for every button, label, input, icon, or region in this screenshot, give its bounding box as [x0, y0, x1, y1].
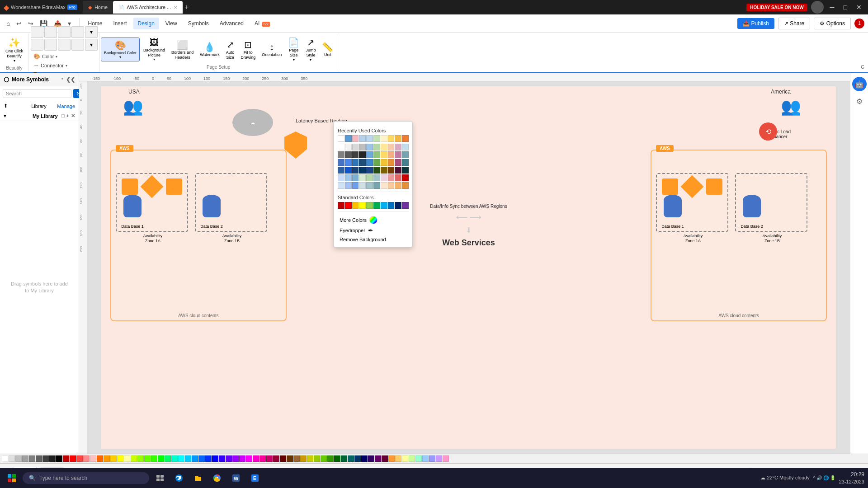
palette-swatch[interactable] [144, 455, 151, 462]
tc-2-5[interactable] [366, 151, 373, 158]
orientation-button[interactable]: ↕ Orientation [259, 40, 284, 59]
tc-1-5[interactable] [366, 144, 373, 150]
tc-3-4[interactable] [359, 159, 366, 166]
std-8[interactable] [388, 202, 395, 209]
page-size-button[interactable]: 📄 PageSize ▾ [285, 35, 302, 64]
tc-2-4[interactable] [359, 151, 366, 158]
edraw-taskbar-icon[interactable]: E [247, 470, 263, 486]
more-colors-row[interactable]: More Colors [338, 215, 409, 225]
style-btn-5[interactable] [31, 39, 43, 51]
palette-swatch[interactable] [9, 455, 15, 462]
user-avatar[interactable] [811, 1, 824, 14]
palette-swatch[interactable] [415, 455, 422, 462]
tab-close-icon[interactable]: ✕ [174, 5, 177, 10]
style-btn-more2[interactable]: ▾ [85, 39, 98, 51]
fit-to-drawing-button[interactable]: ⊡ Fit toDrawing [238, 38, 258, 62]
palette-swatch[interactable] [253, 455, 259, 462]
palette-swatch[interactable] [110, 455, 117, 462]
tc-4-10[interactable] [402, 167, 409, 174]
swatch-blue[interactable] [345, 135, 352, 142]
publish-button[interactable]: 📤 Publish [737, 18, 774, 29]
swatch-ltblue[interactable] [359, 135, 366, 142]
std-4[interactable] [359, 202, 366, 209]
tc-4-1[interactable] [338, 167, 344, 174]
background-color-button[interactable]: 🎨 Background Color ▾ [101, 38, 140, 62]
palette-swatch[interactable] [429, 455, 435, 462]
tc-5-7[interactable] [381, 174, 387, 181]
tc-3-7[interactable] [381, 159, 387, 166]
palette-swatch[interactable] [443, 455, 449, 462]
tc-6-2[interactable] [345, 182, 352, 189]
file-explorer-icon[interactable] [190, 470, 206, 486]
std-9[interactable] [395, 202, 401, 209]
tc-1-6[interactable] [373, 144, 380, 150]
collapse-icon[interactable]: ❮❮ [66, 76, 75, 83]
tc-1-1[interactable] [338, 144, 344, 150]
search-input[interactable] [3, 89, 71, 98]
auto-size-button[interactable]: ⤢ AutoSize [223, 38, 237, 62]
std-10[interactable] [402, 202, 409, 209]
menu-insert[interactable]: Insert [108, 18, 131, 29]
palette-swatch[interactable] [368, 455, 374, 462]
tc-5-8[interactable] [388, 174, 395, 181]
palette-swatch[interactable] [300, 455, 307, 462]
palette-swatch[interactable] [29, 455, 35, 462]
palette-swatch[interactable] [131, 455, 137, 462]
tc-2-2[interactable] [345, 151, 352, 158]
unit-button[interactable]: 📏 Unit [319, 40, 336, 59]
std-1[interactable] [338, 202, 344, 209]
tc-2-3[interactable] [352, 151, 359, 158]
holiday-sale-badge[interactable]: HOLIDAY SALE ON NOW [746, 4, 807, 11]
new-tab-button[interactable]: + [184, 3, 189, 11]
style-btn-7[interactable] [58, 39, 71, 51]
std-7[interactable] [381, 202, 387, 209]
std-6[interactable] [373, 202, 380, 209]
swatch-orange-lt[interactable] [395, 135, 401, 142]
tc-4-7[interactable] [381, 167, 387, 174]
palette-swatch[interactable] [341, 455, 347, 462]
palette-swatch[interactable] [205, 455, 212, 462]
one-click-beautify-button[interactable]: ✨ One ClickBeautify ▾ [3, 35, 26, 65]
std-3[interactable] [352, 202, 359, 209]
tab-home[interactable]: ◆ Home [83, 1, 113, 14]
palette-swatch[interactable] [327, 455, 334, 462]
palette-swatch[interactable] [375, 455, 381, 462]
menu-ai[interactable]: AI hot [250, 18, 274, 29]
palette-swatch[interactable] [382, 455, 388, 462]
style-btn-6[interactable] [44, 39, 57, 51]
expand-icon[interactable]: ▾ [4, 113, 31, 119]
palette-swatch[interactable] [293, 455, 300, 462]
palette-swatch[interactable] [436, 455, 442, 462]
tc-5-1[interactable] [338, 174, 344, 181]
palette-swatch[interactable] [42, 455, 49, 462]
palette-swatch[interactable] [49, 455, 56, 462]
add-collection-icon[interactable]: □ [61, 113, 65, 119]
tc-1-3[interactable] [352, 144, 359, 150]
style-btn-more[interactable]: ▾ [85, 26, 98, 38]
tc-6-7[interactable] [381, 182, 387, 189]
palette-swatch[interactable] [232, 455, 239, 462]
palette-swatch[interactable] [259, 455, 266, 462]
background-picture-button[interactable]: 🖼 BackgroundPicture ▾ [141, 36, 168, 64]
start-button[interactable] [4, 470, 20, 486]
jump-style-button[interactable]: ↗ JumpStyle ▾ [303, 35, 318, 64]
notification-badge[interactable]: 1 [854, 19, 864, 28]
palette-swatch[interactable] [36, 455, 42, 462]
palette-swatch[interactable] [219, 455, 225, 462]
tc-3-9[interactable] [395, 159, 401, 166]
swatch-ltgreen[interactable] [373, 135, 380, 142]
palette-swatch[interactable] [151, 455, 157, 462]
tc-3-5[interactable] [366, 159, 373, 166]
palette-swatch[interactable] [287, 455, 293, 462]
palette-swatch[interactable] [192, 455, 198, 462]
tc-4-2[interactable] [345, 167, 352, 174]
tc-1-9[interactable] [395, 144, 401, 150]
tc-3-1[interactable] [338, 159, 344, 166]
tc-4-6[interactable] [373, 167, 380, 174]
swatch-white[interactable] [338, 135, 344, 142]
palette-swatch[interactable] [266, 455, 273, 462]
remove-background-row[interactable]: Remove Background [338, 235, 409, 244]
palette-swatch[interactable] [409, 455, 415, 462]
tc-2-1[interactable] [338, 151, 344, 158]
manage-link[interactable]: Manage [57, 103, 75, 109]
